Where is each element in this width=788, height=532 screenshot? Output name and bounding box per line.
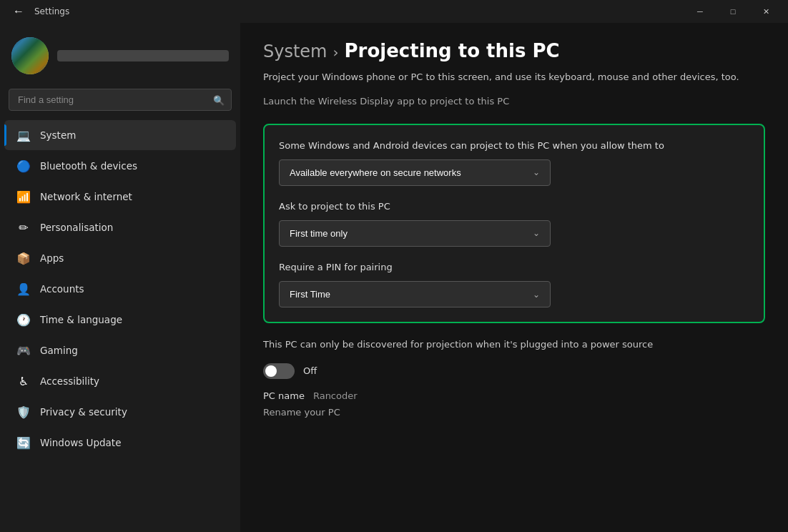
- sidebar-item-accounts[interactable]: 👤 Accounts: [4, 274, 236, 304]
- avatar: [11, 37, 49, 74]
- sidebar-label-system: System: [40, 129, 76, 141]
- dropdown3-arrow: ⌄: [533, 290, 540, 300]
- ask-project-label: Ask to project to this PC: [279, 200, 749, 213]
- dropdown2-arrow: ⌄: [533, 228, 540, 238]
- app-layout: 🔍 💻 System 🔵 Bluetooth & devices 📶 Netwo…: [0, 23, 788, 532]
- search-icon: 🔍: [213, 94, 225, 105]
- sidebar-label-privacy: Privacy & security: [40, 406, 127, 418]
- close-button[interactable]: ✕: [749, 0, 782, 23]
- sidebar-item-update[interactable]: 🔄 Windows Update: [4, 428, 236, 458]
- sidebar-label-network: Network & internet: [40, 191, 132, 202]
- ask-project-dropdown[interactable]: First time only ⌄: [279, 220, 551, 247]
- dropdown1-arrow: ⌄: [533, 167, 540, 177]
- title-bar-controls: ─ □ ✕: [684, 0, 782, 23]
- main-content: System › Projecting to this PC Project y…: [240, 23, 788, 532]
- sidebar-label-personalisation: Personalisation: [40, 222, 113, 233]
- projection-permission-label: Some Windows and Android devices can pro…: [279, 139, 749, 152]
- ask-project-group: Ask to project to this PC First time onl…: [279, 200, 749, 247]
- sidebar-item-network[interactable]: 📶 Network & internet: [4, 182, 236, 212]
- pin-pairing-label: Require a PIN for pairing: [279, 261, 749, 274]
- toggle-knob: [265, 365, 277, 377]
- sidebar-label-accounts: Accounts: [40, 283, 84, 295]
- sidebar-item-system[interactable]: 💻 System: [4, 120, 236, 150]
- search-box: 🔍: [9, 89, 232, 111]
- title-bar-left: ← Settings: [9, 1, 69, 21]
- power-source-info: This PC can only be discovered for proje…: [263, 338, 664, 352]
- sidebar-item-personalisation[interactable]: ✏️ Personalisation: [4, 212, 236, 242]
- title-bar: ← Settings ─ □ ✕: [0, 0, 788, 23]
- maximize-button[interactable]: □: [716, 0, 749, 23]
- toggle-label: Off: [303, 365, 317, 376]
- sidebar-label-time: Time & language: [40, 314, 122, 325]
- time-icon: 🕐: [16, 312, 31, 327]
- sidebar-label-accessibility: Accessibility: [40, 375, 99, 387]
- pin-pairing-dropdown[interactable]: First Time ⌄: [279, 281, 551, 307]
- sidebar-label-apps: Apps: [40, 252, 64, 264]
- dropdown1-value: Available everywhere on secure networks: [290, 167, 461, 178]
- page-arrow: ›: [333, 44, 339, 61]
- sidebar-label-bluetooth: Bluetooth & devices: [40, 160, 137, 172]
- system-icon: 💻: [16, 127, 31, 143]
- sidebar-item-apps[interactable]: 📦 Apps: [4, 243, 236, 273]
- sidebar: 🔍 💻 System 🔵 Bluetooth & devices 📶 Netwo…: [0, 23, 240, 532]
- update-icon: 🔄: [16, 435, 31, 450]
- title-bar-title: Settings: [34, 6, 69, 16]
- pc-name-row: PC name Rancoder: [263, 390, 765, 401]
- bluetooth-icon: 🔵: [16, 158, 31, 174]
- sidebar-item-privacy[interactable]: 🛡️ Privacy & security: [4, 397, 236, 427]
- sidebar-label-update: Windows Update: [40, 437, 121, 448]
- network-icon: 📶: [16, 189, 31, 205]
- sidebar-label-gaming: Gaming: [40, 345, 78, 356]
- user-profile: [0, 29, 240, 86]
- gaming-icon: 🎮: [16, 343, 31, 358]
- pc-name-key: PC name: [263, 390, 305, 401]
- power-toggle[interactable]: [263, 363, 295, 379]
- user-name: [57, 50, 229, 61]
- sidebar-item-bluetooth[interactable]: 🔵 Bluetooth & devices: [4, 151, 236, 181]
- rename-pc-link[interactable]: Rename your PC: [263, 407, 765, 418]
- minimize-button[interactable]: ─: [684, 0, 716, 23]
- sidebar-nav: 💻 System 🔵 Bluetooth & devices 📶 Network…: [0, 119, 240, 458]
- dropdown2-value: First time only: [290, 228, 348, 239]
- page-description: Project your Windows phone or PC to this…: [263, 70, 765, 84]
- power-toggle-row: Off: [263, 363, 765, 379]
- back-button[interactable]: ←: [9, 1, 29, 21]
- sidebar-item-accessibility[interactable]: ♿ Accessibility: [4, 366, 236, 396]
- accessibility-icon: ♿: [16, 373, 31, 389]
- launch-link: Launch the Wireless Display app to proje…: [263, 96, 765, 107]
- sidebar-item-time[interactable]: 🕐 Time & language: [4, 305, 236, 335]
- sidebar-item-gaming[interactable]: 🎮 Gaming: [4, 335, 236, 365]
- accounts-icon: 👤: [16, 281, 31, 297]
- page-title: Projecting to this PC: [345, 40, 560, 61]
- privacy-icon: 🛡️: [16, 404, 31, 420]
- pin-pairing-group: Require a PIN for pairing First Time ⌄: [279, 261, 749, 307]
- search-input[interactable]: [9, 89, 232, 111]
- apps-icon: 📦: [16, 250, 31, 266]
- projection-permission-group: Some Windows and Android devices can pro…: [279, 139, 749, 186]
- page-parent: System: [263, 41, 327, 61]
- page-title-line: System › Projecting to this PC: [263, 40, 765, 61]
- dropdown3-value: First Time: [290, 289, 330, 300]
- page-header: System › Projecting to this PC Project y…: [263, 40, 765, 107]
- pc-name-value: Rancoder: [313, 390, 358, 401]
- settings-box: Some Windows and Android devices can pro…: [263, 124, 765, 324]
- projection-permission-dropdown[interactable]: Available everywhere on secure networks …: [279, 159, 551, 186]
- personalisation-icon: ✏️: [16, 220, 31, 235]
